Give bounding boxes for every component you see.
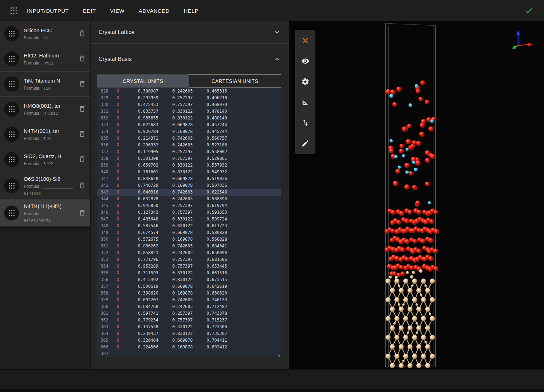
material-list-item[interactable]: N4Ti4(001), ter Formula: TiN [0,122,90,147]
close-icon[interactable] [295,30,315,51]
coord-y: 0.257397 [172,149,207,155]
basis-row[interactable]: 337 O 0.119905 0.257397 0.558002 [97,149,281,155]
line-number: 351 [97,243,117,250]
coord-z: 0.723308 [207,324,241,330]
delete-material-button[interactable] [78,105,87,113]
axes-gizmo[interactable] [509,28,534,54]
edit-pencil-icon[interactable] [295,133,315,153]
basis-row[interactable]: 351 O 0.866262 0.742603 0.684341 [97,243,281,250]
basis-row[interactable]: 332 O 0.935655 0.830122 0.488140 [97,115,281,122]
element-symbol: O [117,324,138,330]
basis-row[interactable]: 349 O 0.674574 0.669878 0.580828 [97,229,281,236]
basis-row[interactable]: 342 O 0.746729 0.169878 0.507036 [97,182,281,189]
delete-material-button[interactable] [78,209,87,217]
delete-material-button[interactable] [78,130,87,139]
coord-z: 0.507036 [207,182,241,189]
basis-row[interactable]: 357 O 0.500519 0.669878 0.642619 [97,283,281,290]
material-list-item[interactable]: HfO2, Hafnium Formula: HfO2 [0,46,90,72]
delete-material-button[interactable] [78,155,87,164]
swap-axes-icon[interactable] [295,112,315,133]
formula-label: Formula: [24,184,40,189]
basis-row[interactable]: 348 O 0.587546 0.830122 0.611723 [97,223,281,229]
delete-material-button[interactable] [78,181,87,190]
delete-material-button[interactable] [78,29,87,38]
basis-row[interactable]: 330 O 0.475453 0.757397 0.468070 [97,101,281,108]
basis-row[interactable]: 362 O 0.779234 0.757397 0.715237 [97,317,281,324]
formula-label: Formula: [24,136,40,141]
basis-row[interactable]: 358 O 0.398620 0.169878 0.630620 [97,290,281,297]
chevron-up-icon[interactable] [273,55,281,63]
material-list-item[interactable]: SiO2, Quartz, H Formula: SiO2 [0,147,90,172]
basis-row[interactable]: 360 O 0.684768 0.242603 0.712482 [97,303,281,310]
basis-row[interactable]: 344 O 0.032878 0.242603 0.588898 [97,196,281,202]
element-symbol: O [117,115,138,122]
basis-row[interactable]: 363 O 0.137538 0.330122 0.723308 [97,324,281,330]
coord-y: 0.330122 [172,270,207,276]
basis-row[interactable]: 353 O 0.771796 0.257397 0.681586 [97,256,281,263]
material-list-item[interactable]: Hf4O8(001), ter Formula: Hf5O12 [0,97,90,122]
element-symbol: O [117,88,138,95]
basis-row[interactable]: 366 O 0.224566 0.169878 0.692412 [97,344,281,351]
app-logo-icon[interactable] [9,6,18,15]
basis-row[interactable]: 352 O 0.858823 0.242603 0.650690 [97,250,281,256]
coord-y: 0.330122 [172,216,207,223]
menu-item[interactable]: VIEW [110,8,125,14]
units-tab[interactable]: CARTESIAN UNITS [189,74,281,88]
coord-z: 0.537932 [207,162,241,169]
element-symbol: O [117,182,138,189]
crystal-lattice-section[interactable]: Crystal Lattice [91,21,289,44]
basis-row[interactable]: 359 O 0.692207 0.742603 0.746133 [97,297,281,303]
basis-row[interactable]: 341 O 0.848628 0.669878 0.519036 [97,175,281,182]
basis-row[interactable]: 346 O 0.127343 0.757397 0.591653 [97,209,281,216]
line-number: 355 [97,270,117,276]
basis-row[interactable]: 339 O 0.659702 0.330122 0.537932 [97,162,281,169]
coord-z: 0.591653 [207,209,241,216]
material-list-item[interactable]: Silicon FCC Formula: Si [0,21,90,46]
coord-z: 0.673515 [207,276,241,283]
basis-row[interactable]: 340 O 0.761601 0.830122 0.549932 [97,169,281,175]
basis-row[interactable]: 367 [97,351,281,357]
basis-row[interactable]: 328 O 0.380987 0.242603 0.465315 [97,88,281,95]
settings-gear-icon[interactable] [295,71,315,92]
basis-row[interactable]: 329 O 0.293959 0.257397 0.496210 [97,95,281,101]
element-symbol: O [117,337,138,344]
delete-material-button[interactable] [78,55,87,63]
basis-row[interactable]: 334 O 0.920784 0.169878 0.445244 [97,128,281,135]
material-list-item[interactable]: O6Si3(100)-Si8 Formula: Si41O18 [0,172,90,200]
menu-item[interactable]: HELP [184,8,198,14]
basis-row[interactable]: 354 O 0.953289 0.757397 0.653445 [97,263,281,270]
viewport-3d[interactable] [289,21,544,369]
material-list-item[interactable]: N4Ti4(111)-Hf2( Formula: Hf10Si99O74 [0,200,90,226]
coord-z: 0.611723 [207,223,241,229]
basis-row[interactable]: 343 O 0.040316 0.742603 0.622549 [97,189,281,196]
basis-row[interactable]: 335 O 0.214371 0.742603 0.560757 [97,135,281,142]
main-menu: INPUT/OUTPUT EDIT VIEW ADVANCED HELP [27,8,198,14]
basis-row[interactable]: 333 O 0.022683 0.669878 0.457244 [97,122,281,128]
delete-material-button[interactable] [78,80,87,88]
material-list-item[interactable]: TiN, Titanium N Formula: TiN [0,72,90,97]
basis-row[interactable]: 361 O 0.597741 0.257397 0.743378 [97,310,281,317]
basis-coordinates-editor[interactable]: 328 O 0.380987 0.242603 0.465315 329 O 0… [97,88,281,357]
basis-row[interactable]: 338 O 0.301398 0.757397 0.529861 [97,155,281,162]
basis-row[interactable]: 345 O 0.945850 0.257397 0.619794 [97,202,281,209]
basis-row[interactable]: 331 O 0.833757 0.330122 0.476140 [97,108,281,115]
crystal-basis-section[interactable]: Crystal Basis [91,44,289,74]
chevron-down-icon[interactable] [273,28,281,36]
menu-item[interactable]: ADVANCED [139,8,169,14]
basis-row[interactable]: 356 O 0.413492 0.830122 0.673515 [97,276,281,283]
visibility-icon[interactable] [295,51,315,71]
material-formula: Formula: Hf5O12 [24,111,76,116]
units-tab[interactable]: CRYSTAL UNITS [97,74,189,88]
basis-row[interactable]: 364 O 0.239437 0.830122 0.735307 [97,330,281,337]
basis-row[interactable]: 350 O 0.572675 0.169878 0.568828 [97,236,281,243]
formula-label: Formula: [24,111,40,116]
measure-icon[interactable] [295,92,315,112]
coord-z: 0.558002 [207,149,241,155]
apply-check-icon[interactable] [524,6,533,15]
basis-row[interactable]: 347 O 0.485648 0.330122 0.599724 [97,216,281,223]
menu-item[interactable]: INPUT/OUTPUT [27,8,69,14]
menu-item[interactable]: EDIT [83,8,96,14]
basis-row[interactable]: 355 O 0.311593 0.330122 0.661516 [97,270,281,276]
basis-row[interactable]: 336 O 0.206932 0.242603 0.527106 [97,142,281,149]
basis-row[interactable]: 365 O 0.326464 0.669878 0.704411 [97,337,281,344]
